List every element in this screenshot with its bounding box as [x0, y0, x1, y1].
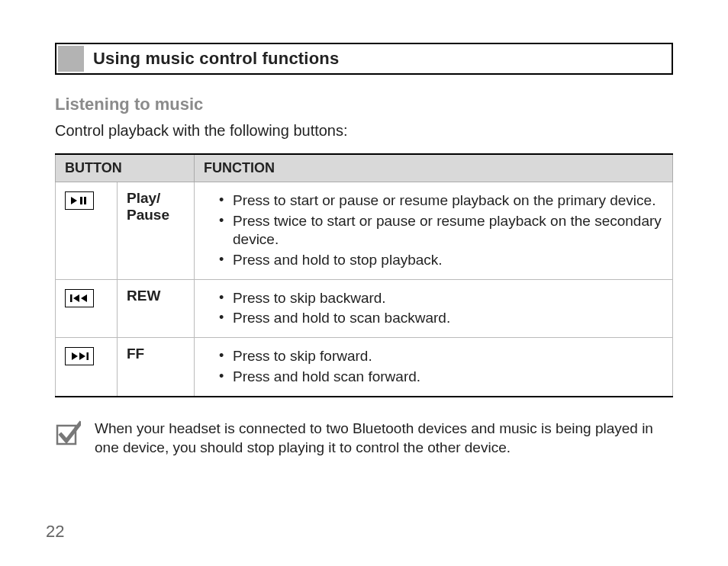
- button-icon-cell: [56, 279, 118, 337]
- function-cell: Press to skip forward.Press and hold sca…: [195, 338, 673, 397]
- table-row: REWPress to skip backward.Press and hold…: [56, 279, 673, 337]
- rew-icon: [65, 289, 94, 307]
- svg-rect-1: [84, 197, 86, 204]
- function-item: Press twice to start or pause or resume …: [219, 212, 663, 249]
- col-header-function: FUNCTION: [195, 154, 673, 182]
- function-item: Press to start or pause or resume playba…: [219, 191, 663, 211]
- note-box: When your headset is connected to two Bl…: [55, 419, 673, 458]
- note-text: When your headset is connected to two Bl…: [95, 419, 673, 458]
- button-label: REW: [118, 279, 195, 337]
- table-body: Play/ PausePress to start or pause or re…: [56, 182, 673, 397]
- subsection-heading: Listening to music: [55, 95, 673, 114]
- function-item: Press to skip forward.: [219, 347, 663, 366]
- page-number: 22: [46, 522, 64, 542]
- section-title-bar: Using music control functions: [55, 43, 673, 75]
- ff-icon: [65, 347, 94, 365]
- svg-rect-3: [87, 352, 89, 360]
- svg-rect-2: [70, 294, 72, 302]
- function-item: Press to skip backward.: [219, 289, 663, 308]
- button-icon-cell: [56, 182, 118, 280]
- function-item: Press and hold to stop playback.: [219, 251, 663, 270]
- button-icon-cell: [56, 338, 118, 397]
- function-cell: Press to start or pause or resume playba…: [195, 182, 673, 280]
- button-label: Play/ Pause: [118, 182, 195, 280]
- section-title-block: [58, 46, 84, 72]
- checkmark-icon: [55, 420, 81, 458]
- section-title-text: Using music control functions: [85, 44, 339, 73]
- table-row: FFPress to skip forward.Press and hold s…: [56, 338, 673, 397]
- play-pause-icon: [65, 191, 94, 210]
- table-row: Play/ PausePress to start or pause or re…: [56, 182, 673, 280]
- functions-table: BUTTON FUNCTION Play/ PausePress to star…: [55, 153, 673, 397]
- lead-paragraph: Control playback with the following butt…: [55, 122, 673, 140]
- col-header-button: BUTTON: [56, 154, 195, 182]
- function-item: Press and hold scan forward.: [219, 368, 663, 387]
- function-item: Press and hold to scan backward.: [219, 309, 663, 328]
- svg-rect-0: [80, 197, 82, 204]
- button-label: FF: [118, 338, 195, 397]
- function-list: Press to skip forward.Press and hold sca…: [204, 347, 663, 386]
- function-list: Press to start or pause or resume playba…: [204, 191, 663, 270]
- function-list: Press to skip backward.Press and hold to…: [204, 289, 663, 328]
- function-cell: Press to skip backward.Press and hold to…: [195, 279, 673, 337]
